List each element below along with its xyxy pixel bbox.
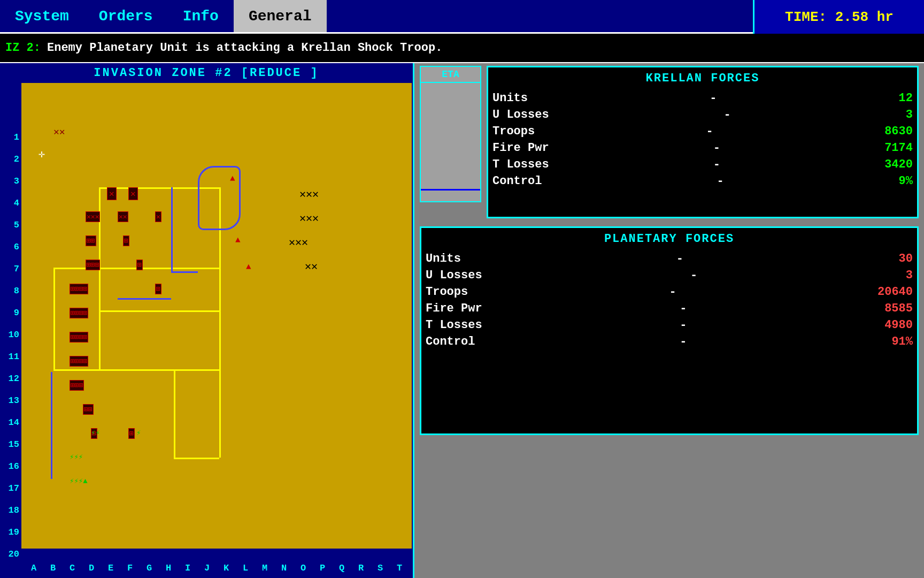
border-line (174, 458, 219, 459)
unit-marker: ⚡⚡⚡ (70, 452, 83, 461)
stat-dash: - (669, 285, 676, 299)
border-line (219, 310, 221, 369)
unit-marker: ⊞⊞⊞⊞ (70, 284, 88, 294)
menu-general[interactable]: General (234, 0, 327, 32)
col-letter: I (178, 563, 197, 573)
unit-marker: ✕✕✕ (289, 235, 308, 249)
map-section: INVASION ZONE #2 [REDUCE ] 1234567891011… (0, 63, 414, 578)
menu-bar: System Orders Info General TIME: 2.58 hr (0, 0, 924, 34)
stat-dash: - (724, 108, 731, 121)
col-letter: H (159, 563, 178, 573)
unit-marker: ⊞⊞ (83, 404, 94, 415)
stat-row: Fire Pwr-8585 (426, 302, 913, 315)
menu-orders[interactable]: Orders (84, 0, 168, 32)
stat-label: Units (426, 252, 461, 265)
right-panel: ETA KRELLAN FORCES Units-12U Losses-3Tro… (414, 63, 924, 578)
unit-marker: ⊞ (155, 284, 161, 294)
border-line (219, 369, 221, 458)
stat-value: 8630 (884, 125, 913, 138)
row-number: 13 (0, 390, 21, 412)
stat-label: Control (426, 335, 475, 348)
krellan-stats: Units-12U Losses-3Troops-8630Fire Pwr-71… (492, 92, 913, 188)
row-number: 6 (0, 236, 21, 258)
row-number: 2 (0, 148, 21, 170)
col-letter: C (63, 563, 82, 573)
eta-content (421, 82, 480, 189)
row-number: 17 (0, 477, 21, 499)
stat-dash: - (680, 335, 687, 348)
unit-marker: ⊞⊞ (86, 235, 96, 246)
krellan-title: KRELLAN FORCES (492, 72, 913, 85)
unit-marker: ✕✕✕ (86, 211, 100, 222)
row-number: 8 (0, 280, 21, 302)
status-text: Enemy Planetary Unit is attacking a Krel… (47, 41, 442, 55)
river-element (51, 372, 67, 479)
col-letter: A (24, 563, 43, 573)
stat-value: 30 (899, 252, 913, 265)
col-letter: O (294, 563, 313, 573)
unit-marker: ✕✕✕ (299, 187, 319, 201)
col-letter: E (101, 563, 120, 573)
stat-dash: - (680, 302, 687, 315)
menu-system[interactable]: System (0, 0, 84, 32)
col-letter: M (255, 563, 274, 573)
col-letter: L (236, 563, 255, 573)
stat-row: T Losses-3420 (492, 158, 913, 171)
stat-value: 20640 (877, 285, 913, 299)
row-number: 9 (0, 302, 21, 324)
unit-marker: ▲ (246, 262, 251, 272)
unit-marker: ⊞ (128, 428, 135, 439)
crosshair: ✛ (38, 147, 45, 161)
stat-value: 3 (906, 108, 913, 121)
unit-marker: ⊞⊞⊞ (70, 380, 84, 391)
stat-label: Units (492, 92, 528, 105)
stat-label: T Losses (492, 158, 549, 171)
stat-row: Troops-8630 (492, 125, 913, 138)
col-letter: R (351, 563, 371, 573)
map-container[interactable]: ✕✕ ✕ ✕ ✕✕✕ ✕✕ ✕ ⊞⊞ ⊞ ⊞⊞⊞ ⊞ ⊞⊞⊞⊞ ⊞ ⊞⊞⊞⊞ ⊞… (21, 83, 412, 549)
row-number: 20 (0, 543, 21, 565)
stat-label: T Losses (426, 318, 482, 332)
unit-marker: ⊞ (136, 260, 143, 270)
border-line (99, 310, 219, 312)
status-bar: IZ 2: Enemy Planetary Unit is attacking … (0, 34, 924, 63)
status-label: IZ 2: (5, 41, 41, 55)
stat-value: 8585 (884, 302, 913, 315)
col-letter: D (82, 563, 101, 573)
stat-label: Fire Pwr (426, 302, 482, 315)
unit-marker: ⊞ (123, 235, 129, 246)
unit-marker: ✕ (128, 187, 138, 200)
stat-dash: - (713, 158, 720, 171)
stat-row: Units-12 (492, 92, 913, 105)
unit-marker: ✕ (107, 187, 117, 200)
col-letter: P (313, 563, 332, 573)
stat-row: U Losses-3 (426, 269, 913, 282)
unit-marker: ⊞⊞⊞⊞ (70, 332, 88, 343)
stat-label: Fire Pwr (492, 141, 549, 155)
planetary-title: PLANETARY FORCES (426, 232, 913, 246)
stat-dash: - (717, 174, 723, 188)
planetary-forces-panel: PLANETARY FORCES Units-30U Losses-3Troop… (420, 226, 919, 435)
unit-marker: ▲ (230, 174, 235, 184)
col-letter: Q (332, 563, 351, 573)
col-letters: ABCDEFGHIJKLMNOPQRST (21, 558, 412, 578)
stat-dash: - (676, 252, 683, 265)
krellan-forces-panel: KRELLAN FORCES Units-12U Losses-3Troops-… (487, 66, 919, 218)
col-letter: G (140, 563, 159, 573)
map-title: INVASION ZONE #2 [REDUCE ] (0, 63, 413, 83)
menu-info[interactable]: Info (168, 0, 234, 32)
unit-marker: ⊞⊞⊞⊞ (70, 308, 88, 318)
row-number: 11 (0, 346, 21, 368)
unit-marker: ⚡ (136, 428, 141, 437)
stat-value: 4980 (884, 318, 913, 332)
stat-dash: - (710, 92, 717, 105)
time-label: TIME: (785, 9, 827, 25)
stat-dash: - (690, 269, 697, 282)
row-numbers: 1234567891011121314151617181920 (0, 126, 21, 558)
border-line (53, 369, 219, 371)
unit-marker: ✕✕ (53, 126, 65, 138)
border-line (174, 369, 175, 458)
eta-box: ETA (420, 66, 481, 202)
stat-row: Control-9% (492, 174, 913, 188)
col-letter: F (120, 563, 140, 573)
